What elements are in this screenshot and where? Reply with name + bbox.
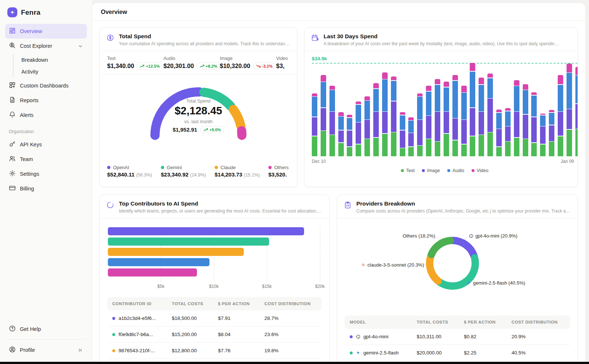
table-row[interactable]: ✦gemini-2.5-flash $20,000.00 $2.25 40.5% (345, 345, 570, 361)
daily-bar[interactable] (558, 75, 563, 156)
bar-segment (321, 108, 326, 131)
bar-segment (356, 101, 361, 104)
bar-segment (452, 81, 458, 118)
stat-value: $10,320.00 (220, 63, 250, 69)
daily-bar[interactable] (321, 75, 326, 156)
legend-dot (401, 169, 404, 172)
daily-bar[interactable] (487, 74, 493, 156)
contributor-bar[interactable] (108, 248, 244, 256)
bar-segment (373, 83, 379, 88)
bar-segment (549, 110, 554, 112)
table-row[interactable]: a1b2c3d4-e5f6... $18,500.00 $7.91 28.7% (107, 310, 322, 326)
gauge-center-label: Total Spend (154, 99, 243, 104)
sidebar-item-cost-explorer[interactable]: Cost Explorer (5, 39, 87, 53)
daily-bar[interactable] (338, 112, 344, 156)
daily-bar[interactable] (531, 92, 537, 156)
brand: ✦ Fenra (5, 6, 87, 24)
daily-bar[interactable] (356, 101, 361, 156)
daily-bar[interactable] (373, 83, 379, 156)
daily-bar[interactable] (347, 115, 352, 156)
cost-distribution: 19.8% (259, 343, 322, 359)
help-icon (9, 325, 16, 333)
table-row[interactable]: f0e9d8c7-b6a... $15,200.00 $8.04 23.6% (107, 326, 322, 343)
daily-bar[interactable] (444, 82, 449, 156)
daily-bar[interactable] (382, 72, 388, 156)
daily-bar[interactable] (329, 86, 335, 156)
contributor-bar[interactable] (108, 258, 209, 266)
daily-bar[interactable] (523, 84, 528, 156)
bar-segment (400, 148, 405, 156)
legend-item-text: Text (401, 168, 415, 173)
daily-bar[interactable] (575, 67, 578, 156)
daily-bar[interactable] (364, 96, 370, 156)
sidebar-item-alerts[interactable]: Alerts (5, 108, 87, 122)
collapse-sidebar-icon[interactable] (78, 347, 83, 353)
bar-segment (391, 101, 396, 132)
daily-bar[interactable] (312, 93, 317, 156)
bar-segment (531, 117, 537, 143)
table-row[interactable]: 9876543-210f-... $12,800.00 $7.76 19.8% (107, 343, 322, 359)
daily-bar[interactable] (408, 117, 414, 156)
modality-stat-text: Text $1,340.00 +12.5% (107, 56, 163, 69)
contributor-bar[interactable] (108, 268, 197, 276)
sidebar-item-profile[interactable]: Profile (5, 343, 87, 357)
daily-bar[interactable] (417, 93, 423, 156)
sidebar-item-settings[interactable]: Settings (5, 167, 87, 181)
daily-bar[interactable] (461, 86, 467, 156)
bar-segment (549, 142, 554, 156)
sidebar-item-team[interactable]: Team (5, 152, 87, 167)
card-subtitle: Compare costs across AI providers (OpenA… (356, 208, 571, 214)
bar-segment (382, 134, 388, 156)
card-title: Total Spend (119, 33, 290, 40)
daily-bar[interactable] (540, 114, 546, 156)
contributor-bar[interactable] (108, 238, 269, 246)
model-name: gemini-2.5-flash (363, 350, 399, 356)
sidebar-subitem-activity[interactable]: Activity (14, 66, 87, 78)
sidebar-item-label: Custom Dashboards (20, 83, 83, 89)
daily-bar[interactable] (435, 79, 440, 156)
sidebar-item-get-help[interactable]: Get Help (5, 322, 87, 336)
per-action: $2.25 (459, 345, 506, 361)
sidebar-nav: Overview Cost Explorer BreakdownActivity… (5, 24, 87, 122)
daily-bar[interactable] (496, 110, 502, 156)
sidebar-item-custom-dashboards[interactable]: Custom Dashboards (5, 78, 87, 93)
donut-segment[interactable] (452, 240, 474, 256)
daily-bar[interactable] (549, 110, 554, 156)
bar-segment (540, 114, 546, 115)
sidebar-item-overview[interactable]: Overview (5, 24, 87, 39)
bar-segment (479, 78, 484, 84)
daily-bar[interactable] (567, 64, 572, 156)
sidebar-item-billing[interactable]: Billing (5, 181, 87, 196)
daily-bar[interactable] (505, 108, 511, 156)
bar-segment (347, 147, 352, 156)
card-title: Providers Breakdown (356, 200, 571, 207)
settings-icon (9, 170, 16, 178)
sidebar-subitem-breakdown[interactable]: Breakdown (14, 54, 87, 66)
contributor-bar[interactable] (108, 227, 304, 235)
daily-bar[interactable] (452, 75, 458, 156)
sidebar-item-reports[interactable]: Reports (5, 93, 87, 108)
bar-segment (408, 121, 414, 133)
bar-segment (479, 85, 484, 111)
table-row[interactable]: ⌬gpt-4o-mini $10,311.00 $0.82 20.9% (345, 329, 570, 345)
daily-bar[interactable] (470, 63, 475, 156)
sidebar-item-api-keys[interactable]: API Keys (5, 137, 87, 152)
daily-bar[interactable] (400, 112, 405, 156)
bar-segment (523, 90, 528, 114)
daily-bar[interactable] (514, 80, 519, 156)
daily-bar[interactable] (479, 78, 484, 156)
bar-segment (426, 92, 431, 115)
column-header: $ Per Action (459, 315, 506, 329)
sidebar-divider (6, 339, 86, 340)
x-axis-ticks: $5k$10k$15k$20k (108, 284, 321, 292)
bar-segment (505, 111, 511, 126)
donut-segment[interactable] (430, 256, 438, 281)
bar-segment (444, 88, 449, 111)
bar-segment (567, 64, 572, 72)
chart-legend: Text Image Audio Video (312, 168, 578, 173)
donut-segment[interactable] (431, 240, 450, 254)
bar-segment (487, 78, 493, 98)
daily-bar[interactable] (426, 86, 431, 156)
daily-bar[interactable] (391, 76, 396, 156)
bar-segment (531, 143, 537, 156)
